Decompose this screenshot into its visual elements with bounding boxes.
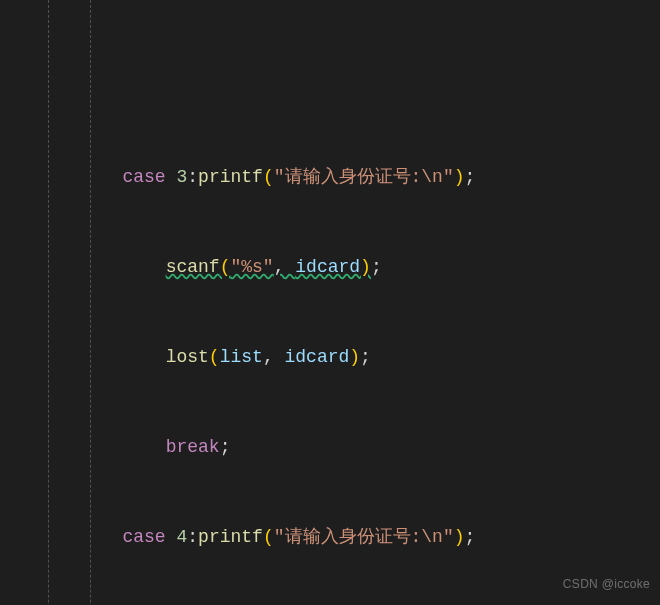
- number-literal: 3: [176, 167, 187, 187]
- code-line: lost(list, idcard);: [36, 342, 660, 372]
- string-literal: "请输入身份证号:\n": [274, 167, 454, 187]
- keyword-break: break: [166, 437, 220, 457]
- var-idcard: idcard: [295, 257, 360, 277]
- fn-printf: printf: [198, 527, 263, 547]
- code-line: break;: [36, 432, 660, 462]
- fn-scanf: scanf: [166, 257, 220, 277]
- indent-guide: [90, 0, 91, 605]
- fn-printf: printf: [198, 167, 263, 187]
- fn-lost: lost: [166, 347, 209, 367]
- keyword-case: case: [122, 527, 165, 547]
- string-literal: "%s": [230, 257, 273, 277]
- code-line: scanf("%s", idcard);: [36, 252, 660, 282]
- indent-guide: [48, 0, 49, 605]
- code-line: case 4:printf("请输入身份证号:\n");: [36, 522, 660, 552]
- code-line: case 3:printf("请输入身份证号:\n");: [36, 162, 660, 192]
- keyword-case: case: [122, 167, 165, 187]
- code-block: case 3:printf("请输入身份证号:\n"); scanf("%s",…: [0, 0, 660, 605]
- watermark: CSDN @iccoke: [563, 569, 650, 599]
